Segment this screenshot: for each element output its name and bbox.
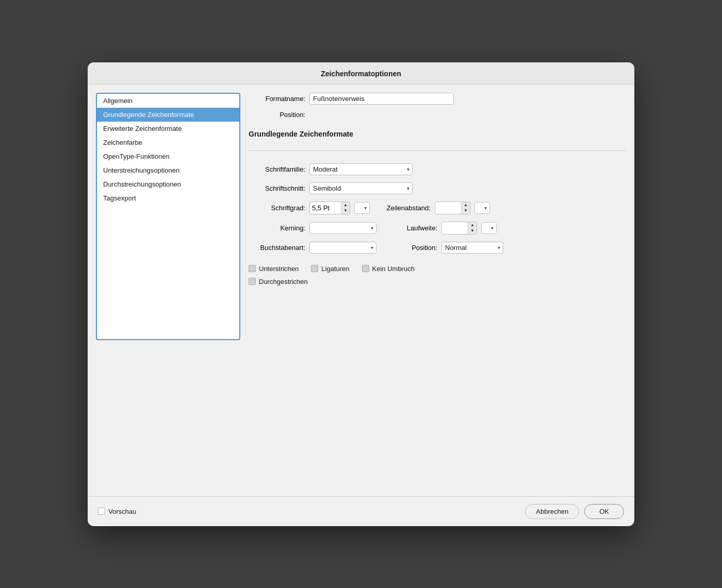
schriftschnitt-row: Schriftschnitt: Semibold ▾ <box>249 182 626 194</box>
sidebar-item-grundlegende-zeichenformate[interactable]: Grundlegende Zeichenformate <box>97 108 239 122</box>
laufweite-increment-button[interactable]: ▲ <box>468 222 477 228</box>
footer-buttons: Abbrechen OK <box>525 504 624 519</box>
position-field-select[interactable]: Normal <box>441 242 503 254</box>
zeilenabstand-spinner-buttons: ▲ ▼ <box>461 202 470 214</box>
sidebar-item-opentype-funktionen[interactable]: OpenType-Funktionen <box>97 149 239 163</box>
formatname-row: Formatname: <box>249 93 626 105</box>
laufweite-decrement-button[interactable]: ▼ <box>468 228 477 234</box>
laufweite-label: Laufweite: <box>391 224 437 232</box>
main-dialog: Zeichenformatoptionen Allgemein Grundleg… <box>88 62 634 526</box>
kerning-label: Kerning: <box>249 224 305 232</box>
durchgestrichen-label: Durchgestrichen <box>259 278 308 285</box>
laufweite-dropdown-wrapper: ▾ <box>481 222 497 234</box>
schriftfamilie-row: Schriftfamilie: Moderat ▾ <box>249 163 626 175</box>
position-field-label: Position: <box>391 244 437 251</box>
laufweite-input[interactable] <box>442 223 468 233</box>
sidebar-item-durchstreichungsoptionen[interactable]: Durchstreichungsoptionen <box>97 177 239 191</box>
schriftgrad-input[interactable] <box>310 203 341 213</box>
section-title: Grundlegende Zeichenformate <box>249 130 626 138</box>
buchstabenart-wrapper: ▾ <box>309 242 376 254</box>
checkboxes-section: Unterstrichen Ligaturen Kein Umbruch Dur… <box>249 265 626 285</box>
kein-umbruch-checkbox[interactable] <box>362 265 369 272</box>
buchstabenart-label: Buchstabenart: <box>249 244 305 251</box>
preview-checkbox[interactable] <box>98 508 105 515</box>
sidebar: Allgemein Grundlegende Zeichenformate Er… <box>96 93 240 340</box>
schriftgrad-unit-select[interactable] <box>354 202 370 214</box>
sidebar-item-allgemein[interactable]: Allgemein <box>97 94 239 108</box>
ligaturen-checkbox-item[interactable]: Ligaturen <box>311 265 349 273</box>
main-content: Formatname: Position: Grundlegende Zeich… <box>249 93 626 488</box>
laufweite-unit-select[interactable] <box>481 222 497 234</box>
checkbox-row-2: Durchgestrichen <box>249 278 626 285</box>
sidebar-item-unterstreichungsoptionen[interactable]: Unterstreichungsoptionen <box>97 163 239 177</box>
zeilenabstand-label: Zeilenabstand: <box>384 204 431 212</box>
schriftgrad-dropdown-wrapper: ▾ <box>354 202 370 214</box>
schriftschnitt-wrapper: Semibold ▾ <box>309 182 413 194</box>
formatname-input[interactable] <box>309 93 454 105</box>
durchgestrichen-checkbox[interactable] <box>249 278 256 285</box>
position-field-wrapper: Normal ▾ <box>441 242 503 254</box>
schriftschnitt-label: Schriftschnitt: <box>249 184 305 192</box>
dialog-title: Zeichenformatoptionen <box>88 62 634 85</box>
position-top-label: Position: <box>249 111 305 119</box>
schriftgrad-decrement-button[interactable]: ▼ <box>341 208 350 214</box>
zeilenabstand-decrement-button[interactable]: ▼ <box>462 208 470 214</box>
buchstabenart-select[interactable] <box>309 242 376 254</box>
zeilenabstand-spinner: ▲ ▼ <box>435 201 470 214</box>
sidebar-item-zeichenfarbe[interactable]: Zeichenfarbe <box>97 136 239 149</box>
kerning-select[interactable] <box>309 222 376 234</box>
schriftschnitt-select[interactable]: Semibold <box>309 182 413 194</box>
sidebar-item-tagsexport[interactable]: Tagsexport <box>97 191 239 205</box>
formatname-label: Formatname: <box>249 95 305 103</box>
schriftgrad-zeilenabstand-row: Schriftgrad: ▲ ▼ ▾ Zeilenabstand: <box>249 201 626 214</box>
position-top-row: Position: <box>249 111 626 119</box>
checkbox-row-1: Unterstrichen Ligaturen Kein Umbruch <box>249 265 626 273</box>
ok-button[interactable]: OK <box>584 504 624 519</box>
zeilenabstand-dropdown-wrapper: ▾ <box>474 202 490 214</box>
laufweite-spinner: ▲ ▼ <box>441 222 477 234</box>
dialog-footer: Vorschau Abbrechen OK <box>88 496 634 526</box>
dialog-body: Allgemein Grundlegende Zeichenformate Er… <box>88 85 634 496</box>
unterstrichen-checkbox[interactable] <box>249 265 256 272</box>
kerning-laufweite-row: Kerning: ▾ Laufweite: ▲ ▼ <box>249 222 626 234</box>
unterstrichen-label: Unterstrichen <box>259 265 299 273</box>
zeilenabstand-increment-button[interactable]: ▲ <box>462 202 470 208</box>
preview-label: Vorschau <box>108 508 136 515</box>
kerning-wrapper: ▾ <box>309 222 376 234</box>
schriftgrad-increment-button[interactable]: ▲ <box>341 202 350 208</box>
sidebar-item-erweiterte-zeichenformate[interactable]: Erweiterte Zeichenformate <box>97 122 239 136</box>
schriftgrad-spinner: ▲ ▼ <box>309 201 350 214</box>
schriftfamilie-label: Schriftfamilie: <box>249 165 305 173</box>
kein-umbruch-checkbox-item[interactable]: Kein Umbruch <box>362 265 415 273</box>
ligaturen-label: Ligaturen <box>321 265 349 273</box>
cancel-button[interactable]: Abbrechen <box>525 504 579 519</box>
kein-umbruch-label: Kein Umbruch <box>372 265 415 273</box>
zeilenabstand-input[interactable] <box>435 203 461 213</box>
schriftgrad-label: Schriftgrad: <box>249 204 305 212</box>
preview-checkbox-item[interactable]: Vorschau <box>98 508 136 515</box>
schriftgrad-spinner-buttons: ▲ ▼ <box>341 202 350 214</box>
durchgestrichen-checkbox-item[interactable]: Durchgestrichen <box>249 278 308 285</box>
ligaturen-checkbox[interactable] <box>311 265 318 272</box>
buchstabenart-position-row: Buchstabenart: ▾ Position: Normal ▾ <box>249 242 626 254</box>
laufweite-spinner-buttons: ▲ ▼ <box>468 222 477 234</box>
schriftfamilie-select[interactable]: Moderat <box>309 163 413 175</box>
unterstrichen-checkbox-item[interactable]: Unterstrichen <box>249 265 299 273</box>
zeilenabstand-unit-select[interactable] <box>474 202 490 214</box>
section-divider <box>249 150 626 151</box>
schriftfamilie-wrapper: Moderat ▾ <box>309 163 413 175</box>
